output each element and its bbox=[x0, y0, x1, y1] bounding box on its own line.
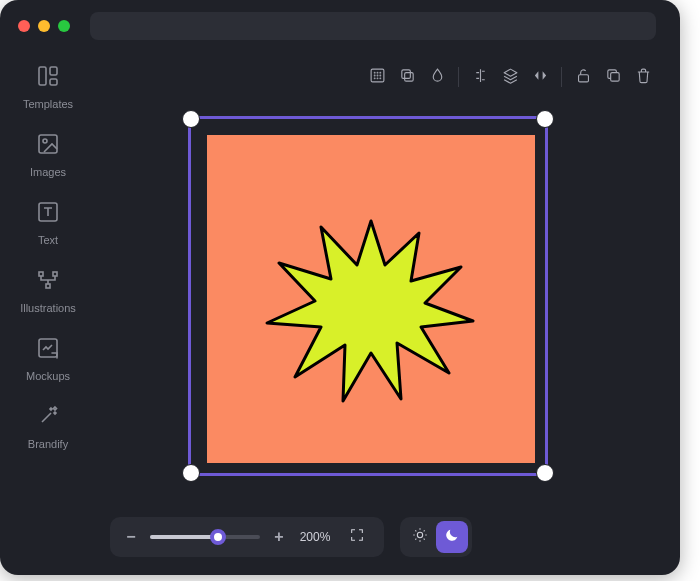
zoom-slider-fill bbox=[150, 535, 218, 539]
svg-rect-2 bbox=[50, 79, 57, 85]
resize-handle-top-right[interactable] bbox=[536, 110, 554, 128]
sidebar-item-text[interactable]: Text bbox=[0, 200, 96, 246]
grid-button[interactable] bbox=[362, 62, 392, 92]
window-controls bbox=[18, 20, 70, 32]
sidebar-item-mockups[interactable]: Mockups bbox=[0, 336, 96, 382]
svg-point-15 bbox=[377, 75, 378, 76]
svg-point-14 bbox=[374, 75, 375, 76]
text-icon bbox=[36, 200, 60, 228]
svg-rect-0 bbox=[39, 67, 46, 85]
align-icon bbox=[472, 67, 489, 88]
titlebar bbox=[0, 0, 680, 52]
svg-rect-22 bbox=[578, 74, 588, 81]
expand-icon bbox=[349, 527, 365, 547]
copy-button[interactable] bbox=[598, 62, 628, 92]
app-body: Templates Images Text Illustrations bbox=[0, 52, 680, 575]
fit-screen-button[interactable] bbox=[342, 522, 372, 552]
svg-rect-6 bbox=[39, 272, 43, 276]
sidebar-item-templates[interactable]: Templates bbox=[0, 64, 96, 110]
app-window: Templates Images Text Illustrations bbox=[0, 0, 680, 575]
templates-icon bbox=[36, 64, 60, 92]
layers-button[interactable] bbox=[495, 62, 525, 92]
lock-button[interactable] bbox=[568, 62, 598, 92]
svg-rect-20 bbox=[404, 72, 413, 81]
zoom-value: 200% bbox=[298, 530, 332, 544]
toolbar-separator bbox=[458, 67, 459, 87]
align-button[interactable] bbox=[465, 62, 495, 92]
sidebar-item-label: Text bbox=[38, 234, 58, 246]
sidebar-item-label: Images bbox=[30, 166, 66, 178]
svg-point-19 bbox=[379, 77, 380, 78]
svg-rect-7 bbox=[53, 272, 57, 276]
light-mode-button[interactable] bbox=[404, 521, 436, 553]
grid-icon bbox=[369, 67, 386, 88]
bottom-bar: − + 200% bbox=[110, 517, 472, 557]
trash-icon bbox=[635, 67, 652, 88]
plus-icon: + bbox=[274, 528, 283, 546]
theme-toggle bbox=[400, 517, 472, 557]
sidebar-item-brandify[interactable]: Brandify bbox=[0, 404, 96, 450]
toolbar-separator bbox=[561, 67, 562, 87]
moon-icon bbox=[444, 527, 460, 547]
address-bar[interactable] bbox=[90, 12, 656, 40]
svg-rect-3 bbox=[39, 135, 57, 153]
canvas[interactable] bbox=[188, 116, 548, 476]
resize-handle-top-left[interactable] bbox=[182, 110, 200, 128]
flip-icon bbox=[532, 67, 549, 88]
burst-shape[interactable] bbox=[261, 203, 481, 403]
illustrations-icon bbox=[36, 268, 60, 296]
artboard[interactable] bbox=[207, 135, 535, 463]
top-toolbar bbox=[362, 62, 658, 92]
sidebar-item-illustrations[interactable]: Illustrations bbox=[0, 268, 96, 314]
maximize-window-button[interactable] bbox=[58, 20, 70, 32]
zoom-control: − + 200% bbox=[110, 517, 384, 557]
sun-icon bbox=[412, 527, 428, 547]
svg-point-12 bbox=[377, 72, 378, 73]
copy-icon bbox=[605, 67, 622, 88]
sidebar-item-label: Templates bbox=[23, 98, 73, 110]
close-window-button[interactable] bbox=[18, 20, 30, 32]
delete-button[interactable] bbox=[628, 62, 658, 92]
duplicate-icon bbox=[399, 67, 416, 88]
droplet-icon bbox=[429, 67, 446, 88]
svg-point-4 bbox=[43, 139, 47, 143]
left-sidebar: Templates Images Text Illustrations bbox=[0, 52, 96, 575]
mask-button[interactable] bbox=[422, 62, 452, 92]
minimize-window-button[interactable] bbox=[38, 20, 50, 32]
selection-box[interactable] bbox=[188, 116, 548, 476]
svg-rect-1 bbox=[50, 67, 57, 75]
flip-button[interactable] bbox=[525, 62, 555, 92]
svg-point-13 bbox=[379, 72, 380, 73]
svg-rect-23 bbox=[610, 72, 619, 81]
zoom-slider[interactable] bbox=[150, 535, 260, 539]
sidebar-item-label: Brandify bbox=[28, 438, 68, 450]
duplicate-button[interactable] bbox=[392, 62, 422, 92]
brandify-icon bbox=[36, 404, 60, 432]
svg-rect-8 bbox=[46, 284, 50, 288]
dark-mode-button[interactable] bbox=[436, 521, 468, 553]
sidebar-item-label: Illustrations bbox=[20, 302, 76, 314]
svg-point-24 bbox=[417, 532, 422, 537]
main-area: − + 200% bbox=[96, 52, 680, 575]
mockups-icon bbox=[36, 336, 60, 364]
svg-point-17 bbox=[374, 77, 375, 78]
svg-rect-21 bbox=[401, 69, 410, 78]
unlock-icon bbox=[575, 67, 592, 88]
svg-point-11 bbox=[374, 72, 375, 73]
sidebar-item-label: Mockups bbox=[26, 370, 70, 382]
resize-handle-bottom-right[interactable] bbox=[536, 464, 554, 482]
images-icon bbox=[36, 132, 60, 160]
minus-icon: − bbox=[126, 528, 135, 546]
layers-icon bbox=[502, 67, 519, 88]
zoom-slider-thumb[interactable] bbox=[210, 529, 226, 545]
svg-point-18 bbox=[377, 77, 378, 78]
zoom-out-button[interactable]: − bbox=[122, 528, 140, 546]
resize-handle-bottom-left[interactable] bbox=[182, 464, 200, 482]
sidebar-item-images[interactable]: Images bbox=[0, 132, 96, 178]
svg-point-16 bbox=[379, 75, 380, 76]
zoom-in-button[interactable]: + bbox=[270, 528, 288, 546]
